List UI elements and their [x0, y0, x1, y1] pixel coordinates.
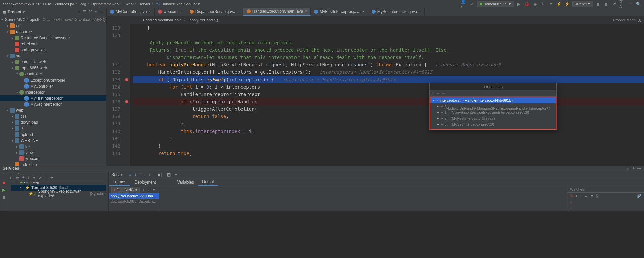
jrebel-debug-icon[interactable]: ⚡	[564, 1, 570, 7]
step-over-icon[interactable]: ≡	[129, 172, 131, 177]
next-frame-icon[interactable]: ↓	[147, 187, 149, 192]
popup-back-icon[interactable]: ←	[436, 91, 440, 95]
frames-list[interactable]: applyPreHandle:133, HandlerE doDispatch:…	[109, 193, 159, 204]
tab-mycontroller[interactable]: MyController.java×	[107, 8, 155, 16]
profile-icon[interactable]: ↻	[540, 1, 546, 7]
popup-row[interactable]: ▸≡2 = {MyFirstInterceptor@9727}	[430, 115, 556, 121]
project-tree[interactable]: ▾SpringMVCProject5C:\Users\Lenovo\Downlo…	[0, 16, 106, 166]
step-icon[interactable]: ↑	[153, 172, 155, 177]
run-icon[interactable]: ▶	[516, 1, 522, 7]
frames-tab[interactable]: Frames	[109, 178, 130, 186]
coverage-icon[interactable]: ◉	[532, 1, 538, 7]
up-arrow-icon[interactable]: ↑	[570, 201, 572, 205]
editor-tabs: MyController.java× web.xml× DispatcherSe…	[107, 8, 644, 16]
debug-icon[interactable]: 🐞	[524, 1, 530, 7]
link-icon[interactable]: 🔗	[636, 194, 641, 198]
search-icon[interactable]: 🔍	[635, 1, 641, 7]
tb-icon[interactable]: ☰	[16, 175, 20, 180]
run-cursor-icon[interactable]: ▶|	[158, 172, 162, 177]
services-fav-icon[interactable]: ☆	[626, 166, 630, 171]
sync-icon[interactable]: ↙	[469, 1, 475, 7]
tb-icon[interactable]: ±	[22, 175, 25, 180]
variables-tab[interactable]: Variables	[173, 178, 198, 186]
filter-icon[interactable]: ▼	[152, 187, 156, 192]
popup-copy-icon[interactable]: ⎘	[432, 91, 434, 95]
reader-mode[interactable]: Reader Mode	[613, 18, 636, 22]
more-icon[interactable]: ⋯	[173, 172, 177, 177]
tb-icon[interactable]: ▼	[32, 175, 36, 180]
step-out-icon[interactable]: ⤴	[139, 172, 141, 177]
tab-webxml[interactable]: web.xml×	[155, 8, 186, 16]
step-icon[interactable]: ↓	[148, 172, 150, 177]
popup-row[interactable]: ▸≡0 = {AbstractUrlHandlerMapping$PathExp…	[430, 103, 556, 109]
close-icon[interactable]: ×	[305, 9, 307, 14]
down-icon[interactable]: ▼	[590, 194, 594, 198]
jrebel-run-icon[interactable]: ⚡	[556, 1, 562, 7]
bc-p3[interactable]: web	[126, 2, 133, 6]
code-content[interactable]: } Apply preHandle methods of registered …	[130, 24, 644, 166]
tb-icon[interactable]: ⊏	[10, 175, 13, 180]
run-config-selector[interactable]: Tomcat 8.5.29 ▾	[477, 1, 514, 7]
breakpoint-icon[interactable]	[125, 100, 128, 103]
popup-row[interactable]: ▸≡3 = {MySecInterceptor@9728}	[430, 121, 556, 127]
layout-icon[interactable]: ▭	[627, 1, 633, 7]
eval-icon[interactable]: ▤	[167, 172, 171, 177]
prev-frame-icon[interactable]: ↑	[142, 187, 144, 192]
step-into-icon[interactable]: ⤵	[134, 172, 136, 177]
tb-icon[interactable]: ↕	[28, 175, 30, 180]
close-icon[interactable]: ×	[362, 9, 365, 14]
output-tab[interactable]: Output	[198, 178, 218, 186]
frame-row[interactable]: applyPreHandle:133, HandlerE	[109, 193, 159, 199]
tb-add-icon[interactable]: +	[50, 175, 53, 180]
close-icon[interactable]: ×	[237, 9, 239, 14]
stop2-icon[interactable]: ◼	[603, 1, 609, 7]
frame-row[interactable]: doDispatch:986, DispatcherSer	[109, 199, 159, 204]
jrebel-selector[interactable]: JRebel ▾	[572, 1, 593, 7]
stop-icon[interactable]: ◼	[595, 1, 601, 7]
remove-icon[interactable]: −	[580, 194, 582, 198]
bc-root[interactable]: spring-webmvc-5.0.7.RELEASE-sources.jar	[3, 2, 74, 6]
down-arrow-icon[interactable]: ↓	[570, 205, 572, 210]
bc-current[interactable]: HandlerExecutionChain	[161, 2, 200, 6]
tab-dispatcher[interactable]: DispatcherServlet.java×	[186, 8, 243, 16]
tab-secint[interactable]: MySecInterceptor.java×	[368, 8, 425, 16]
tab-firstint[interactable]: MyFirstInterceptor.java×	[311, 8, 368, 16]
close-icon[interactable]: ×	[180, 9, 182, 14]
git-icon[interactable]: ⎇	[611, 1, 617, 7]
services-hide-icon[interactable]: —	[637, 166, 641, 171]
project-title: Project	[8, 10, 21, 14]
add-watch-icon[interactable]: ✎	[570, 194, 573, 198]
select-opened-icon[interactable]: ⊕	[77, 10, 81, 14]
breakpoint-icon[interactable]	[125, 78, 128, 81]
breadcrumb[interactable]: spring-webmvc-5.0.7.RELEASE-sources.jar …	[3, 1, 461, 6]
run-config-label: Tomcat 8.5.29	[484, 2, 507, 6]
services-settings-icon[interactable]: ✦	[632, 166, 635, 171]
hide-icon[interactable]: —	[100, 10, 104, 14]
deployment-tab[interactable]: Deployment	[130, 178, 160, 186]
popup-fwd-icon[interactable]: →	[442, 91, 445, 95]
expand-all-icon[interactable]: ☰	[83, 10, 87, 14]
settings-icon[interactable]: ✦	[94, 10, 98, 14]
translate-icon[interactable]: 文A	[619, 1, 625, 7]
bc-p1[interactable]: org	[80, 2, 86, 6]
bc-p4[interactable]: servlet	[139, 2, 150, 6]
close-icon[interactable]: ×	[419, 9, 421, 14]
root-label[interactable]: SpringMVCProject5	[5, 17, 40, 22]
copy-icon[interactable]: ⎘	[596, 194, 598, 198]
add-icon[interactable]: +	[575, 194, 578, 198]
step-icon[interactable]: ↓	[144, 172, 146, 177]
tb-icon[interactable]: ⤢	[39, 175, 42, 180]
up-icon[interactable]: ▲	[584, 194, 588, 198]
thread-selector[interactable]: ●"ht...NING▾	[111, 187, 140, 193]
pause-icon[interactable]: ⏸	[1, 195, 7, 200]
more-icon[interactable]: ▾	[548, 1, 554, 7]
popup-title: interceptors	[430, 83, 556, 90]
resume-icon[interactable]: ▶	[1, 187, 7, 193]
server-tab[interactable]: Server	[111, 172, 123, 177]
collapse-all-icon[interactable]: ☷	[89, 10, 92, 14]
code-editor[interactable]: 123 124 131 132 133 134 135 136 137 138 …	[107, 24, 644, 166]
user-icon[interactable]: 👤▾	[461, 1, 467, 7]
tab-handlerexec[interactable]: HandlerExecutionChain.java×	[243, 8, 311, 16]
close-icon[interactable]: ×	[149, 9, 151, 14]
bc-p2[interactable]: springframework	[92, 2, 119, 6]
